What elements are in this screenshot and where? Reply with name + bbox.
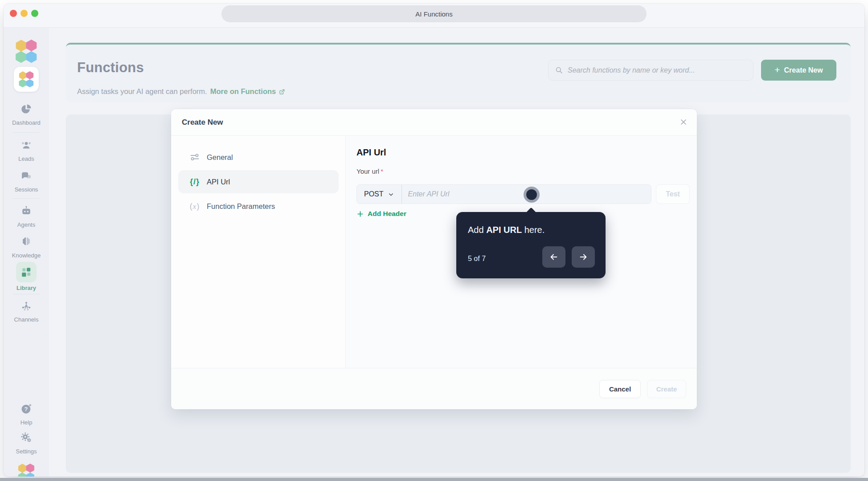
tab-label: API Url [207,178,230,186]
sidebar-item-channels[interactable]: Channels [4,300,49,323]
next-step-button[interactable] [572,246,595,268]
sidebar-item-agents[interactable]: Agents [4,205,49,228]
active-app-tile[interactable] [4,67,49,92]
modal-tab-list: General {/} API Url (x) Function Paramet… [171,136,346,368]
functions-header-card: Functions Assign tasks your AI agent can… [66,43,851,102]
page-subtitle: Assign tasks your AI agent can perform. … [77,87,286,96]
gears-icon [20,432,33,444]
search-icon [555,66,563,74]
modal-title: Create New [182,109,223,136]
robot-icon [20,205,33,217]
sidebar-item-sessions[interactable]: Sessions [4,170,49,193]
sliders-icon [189,152,200,163]
tab-function-parameters[interactable]: (x) Function Parameters [178,195,339,218]
sidebar-item-label: Settings [4,448,49,455]
create-new-button[interactable]: + Create New [761,60,836,81]
help-circle-icon: ? [20,403,33,415]
more-on-functions-link[interactable]: More on Functions [210,87,286,96]
panel-heading: API Url [356,147,386,158]
sidebar-item-label: Sessions [4,186,49,193]
chat-bubbles-icon [20,170,33,182]
close-icon [679,118,688,126]
app-window: AI Functions [4,4,864,477]
tab-label: General [207,153,233,162]
window-title: AI Functions [415,10,452,18]
hexagons-logo-icon [15,40,38,63]
sidebar-item-label: Dashboard [4,119,49,126]
sidebar-item-settings[interactable]: Settings [4,432,49,455]
chevron-down-icon [388,191,394,198]
svg-text:?: ? [24,406,28,412]
url-field-label: Your url* [356,167,383,175]
traffic-light-zoom[interactable] [31,10,38,17]
arrow-right-icon [578,252,588,262]
tour-beacon-core [526,189,537,200]
modal-header: Create New [171,109,697,136]
traffic-light-minimize[interactable] [20,10,28,17]
test-button[interactable]: Test [656,184,690,204]
method-value: POST [364,190,384,198]
tab-api-url[interactable]: {/} API Url [178,170,339,193]
arrow-left-icon [549,252,559,262]
brain-icon [20,236,33,248]
sidebar-divider [13,132,40,133]
code-braces-icon: {/} [190,177,200,187]
api-url-input-group: POST [356,184,651,204]
tour-tooltip: Add API URL here. 5 of 7 [456,212,606,278]
tour-beacon[interactable] [524,187,540,203]
traffic-light-close[interactable] [10,10,17,17]
tooltip-caret [526,208,536,218]
sidebar-item-dashboard[interactable]: Dashboard [4,103,49,126]
prev-step-button[interactable] [542,246,565,268]
add-header-button[interactable]: Add Header [356,210,406,218]
tooltip-text: Add API URL here. [468,225,545,235]
sidebar-item-label: Agents [4,221,49,228]
window-titlebar: AI Functions [4,4,864,28]
parameter-x-icon: (x) [190,202,200,211]
sidebar-item-label: Help [4,419,49,426]
step-counter: 5 of 7 [468,255,486,263]
plus-icon [356,210,364,218]
search-field[interactable] [548,60,753,81]
window-title-tab: AI Functions [221,5,647,22]
sidebar-divider [13,294,40,294]
sidebar-item-library[interactable]: Library [4,262,49,291]
cancel-button[interactable]: Cancel [599,380,641,398]
required-asterisk: * [381,167,383,175]
grid-squares-icon [20,266,32,278]
external-link-icon [278,88,286,95]
sidebar-item-label: Library [4,285,49,291]
plus-icon: + [774,65,780,74]
modal-content-panel: API Url Your url* POST Test [346,136,697,368]
sidebar-item-knowledge[interactable]: Knowledge [4,236,49,259]
method-dropdown[interactable]: POST [357,185,402,204]
sidebar-item-label: Channels [4,316,49,323]
hexagons-logo-icon [18,71,34,87]
sidebar-item-leads[interactable]: Leads [4,139,49,162]
close-button[interactable] [678,117,689,128]
subtitle-text: Assign tasks your AI agent can perform. [77,87,207,96]
create-button[interactable]: Create [647,380,686,398]
screen: AI Functions [0,0,868,481]
screen-edge-strip [0,478,868,481]
modal-footer: Cancel Create [171,368,697,409]
tab-general[interactable]: General [178,146,339,169]
sidebar-divider [13,198,40,199]
sidebar-item-label: Knowledge [4,252,49,259]
page-title: Functions [77,60,144,76]
footer-logo [4,464,49,477]
app-logo [4,40,49,65]
tab-label: Function Parameters [207,202,275,211]
sidebar-item-help[interactable]: ? Help [4,403,49,426]
hexagons-logo-icon [17,464,35,477]
pie-chart-icon [20,103,33,115]
users-icon [20,139,33,151]
network-icon [20,300,33,312]
search-input[interactable] [568,66,747,74]
sidebar-item-label: Leads [4,155,49,162]
create-new-modal: Create New General [171,109,697,409]
